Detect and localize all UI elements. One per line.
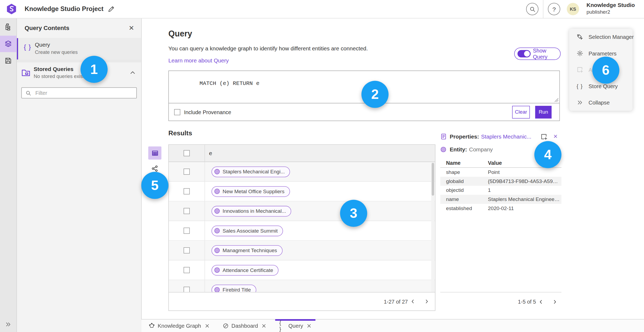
- result-row[interactable]: New Metal Office Suppliers: [169, 182, 435, 201]
- entity-pill[interactable]: New Metal Office Suppliers: [211, 186, 290, 197]
- table-view-button-active[interactable]: [148, 146, 162, 159]
- show-query-toggle[interactable]: Show Query: [514, 48, 561, 60]
- row-checkbox[interactable]: [184, 208, 190, 214]
- results-prev-page-button[interactable]: [408, 297, 418, 307]
- menu-item-selection-manager[interactable]: Selection Manager: [569, 29, 632, 45]
- tab-label: Knowledge Graph: [158, 323, 201, 329]
- properties-title: Properties:: [450, 133, 479, 140]
- filter-input[interactable]: [35, 89, 127, 96]
- results-table: e Staplers Mechanical Engi... New Metal …: [169, 144, 436, 311]
- results-table-body: Staplers Mechanical Engi... New Metal Of…: [169, 162, 435, 292]
- row-checkbox[interactable]: [184, 169, 190, 175]
- entity-pill[interactable]: Sales Associate Summit: [211, 225, 283, 236]
- property-name: shape: [440, 169, 488, 175]
- row-checkbox[interactable]: [184, 267, 190, 273]
- user-menu[interactable]: Knowledge Studio publisher2: [587, 2, 635, 15]
- save-rail-button[interactable]: [0, 53, 16, 69]
- clear-button[interactable]: Clear: [512, 106, 530, 118]
- row-checkbox[interactable]: [184, 188, 190, 195]
- user-name: Knowledge Studio: [587, 2, 635, 9]
- chevron-right-icon: [424, 299, 429, 304]
- user-avatar[interactable]: KS: [567, 3, 579, 15]
- entity-pill[interactable]: Staplers Mechanical Engi...: [211, 166, 290, 177]
- result-row[interactable]: Managment Techniques: [169, 241, 435, 260]
- callout-5: 5: [141, 172, 169, 199]
- result-row[interactable]: Attendance Certificate: [169, 260, 435, 280]
- row-checkbox[interactable]: [184, 287, 190, 292]
- query-contents-panel: Query Contents ✕ { } Query Create new qu…: [17, 18, 142, 332]
- topbar-divider: [543, 0, 543, 18]
- app-logo-icon[interactable]: [6, 3, 17, 15]
- search-button[interactable]: [526, 3, 539, 15]
- properties-table-body: shape Point globalid {5D9B4713-F98D-4A53…: [440, 168, 562, 213]
- save-icon: [5, 57, 12, 65]
- project-title: Knowledge Studio Project: [25, 0, 104, 18]
- select-all-checkbox[interactable]: [184, 150, 190, 156]
- results-pagination: 1-27 of 27: [169, 292, 435, 311]
- result-row[interactable]: Firebird Title: [169, 280, 435, 292]
- resize-grip-icon[interactable]: [554, 98, 558, 102]
- link-chart-view-button[interactable]: [151, 165, 159, 172]
- tab-close-icon[interactable]: [205, 324, 209, 328]
- entity-pill[interactable]: Innovations in Mechanical...: [211, 206, 291, 217]
- edit-title-icon[interactable]: [108, 5, 115, 13]
- panel-close-icon[interactable]: ✕: [127, 24, 136, 32]
- entity-pill[interactable]: Firebird Title: [211, 284, 256, 292]
- stored-queries-title: Stored Queries: [34, 66, 74, 72]
- toggle-track: [518, 50, 530, 58]
- chevron-right-icon: [552, 299, 557, 304]
- tab-close-icon[interactable]: [262, 324, 266, 328]
- stored-queries-filter: [21, 87, 137, 98]
- results-scrollbar[interactable]: [431, 162, 434, 292]
- result-row[interactable]: Sales Associate Summit: [169, 221, 435, 241]
- knowledge-studio-app: Knowledge Studio Project ? KS Knowledge …: [0, 0, 644, 332]
- entity-pill[interactable]: Attendance Certificate: [211, 265, 278, 275]
- tab-dashboard[interactable]: Dashboard: [218, 319, 270, 332]
- scrollbar-thumb[interactable]: [432, 163, 434, 196]
- menu-item-label: Collapse: [588, 99, 610, 106]
- run-button[interactable]: Run: [535, 106, 551, 118]
- properties-prev-page-button[interactable]: [536, 297, 546, 307]
- properties-entity-link[interactable]: Staplers Mechanic...: [481, 133, 531, 140]
- sidebar-item-stored-queries[interactable]: Stored Queries No stored queries exist: [17, 62, 141, 84]
- row-checkbox[interactable]: [184, 227, 190, 234]
- include-provenance-checkbox[interactable]: [174, 109, 180, 115]
- data-model-rail-button[interactable]: [0, 19, 16, 35]
- properties-document-icon: [440, 133, 447, 140]
- tab-query[interactable]: { } Query: [275, 319, 316, 332]
- sidebar-item-query[interactable]: { } Query Create new queries: [17, 38, 141, 59]
- menu-item-collapse[interactable]: Collapse: [569, 94, 632, 111]
- entity-pill[interactable]: Managment Techniques: [211, 245, 282, 256]
- properties-next-page-button[interactable]: [550, 297, 560, 307]
- entity-pill-label: Managment Techniques: [223, 248, 277, 253]
- chevron-up-icon[interactable]: [129, 69, 137, 76]
- properties-close-icon[interactable]: ✕: [553, 134, 559, 139]
- selection-manager-icon: [576, 34, 583, 40]
- include-provenance-label: Include Provenance: [184, 109, 231, 115]
- help-button[interactable]: ?: [548, 3, 560, 15]
- tab-close-icon[interactable]: [307, 324, 311, 328]
- help-icon: ?: [552, 6, 556, 13]
- top-bar: Knowledge Studio Project ? KS Knowledge …: [0, 0, 644, 18]
- expand-rail-button[interactable]: [0, 318, 16, 331]
- double-chevron-right-icon: [577, 100, 583, 105]
- gear-icon: [576, 50, 583, 57]
- page-title: Query: [169, 29, 192, 39]
- toggle-knob: [524, 51, 529, 57]
- results-next-page-button[interactable]: [422, 297, 432, 307]
- results-range-label: 1-27 of 27: [384, 299, 408, 305]
- row-checkbox-cell: [169, 260, 205, 280]
- property-value: Staplers Mechanical Engineering: [488, 196, 561, 202]
- panel-header: Query Contents ✕: [17, 18, 141, 39]
- row-checkbox[interactable]: [184, 247, 190, 253]
- contents-rail-button-active[interactable]: [0, 36, 16, 52]
- learn-more-link[interactable]: Learn more about Query: [169, 57, 229, 64]
- result-row[interactable]: Staplers Mechanical Engi...: [169, 162, 435, 182]
- property-row: shape Point: [440, 168, 562, 177]
- add-to-new-tab-icon[interactable]: [540, 133, 547, 140]
- link-chart-icon: [151, 165, 159, 172]
- result-row[interactable]: Innovations in Mechanical...: [169, 202, 435, 221]
- prop-col-name: Name: [440, 160, 488, 166]
- tab-knowledge-graph[interactable]: Knowledge Graph: [145, 319, 213, 332]
- property-name: globalid: [440, 178, 488, 184]
